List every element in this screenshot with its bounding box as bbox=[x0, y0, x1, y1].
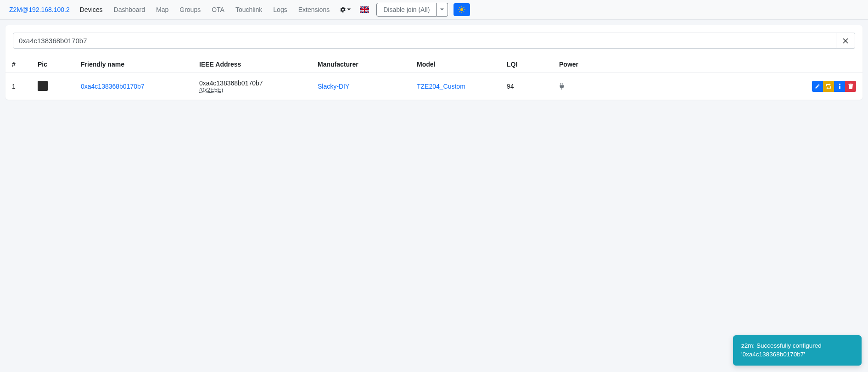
model-link[interactable]: TZE204_Custom bbox=[417, 83, 465, 90]
col-actions bbox=[617, 56, 862, 73]
manufacturer-link[interactable]: Slacky-DIY bbox=[318, 83, 349, 90]
cell-power bbox=[553, 73, 617, 100]
svg-point-1 bbox=[460, 8, 463, 11]
retweet-icon bbox=[825, 84, 832, 89]
chevron-down-icon bbox=[347, 8, 351, 11]
info-button[interactable] bbox=[834, 81, 845, 92]
col-friendly[interactable]: Friendly name bbox=[74, 56, 193, 73]
cell-ieee: 0xa4c138368b0170b7 (0x2E5E) bbox=[193, 73, 311, 100]
friendly-name-link[interactable]: 0xa4c138368b0170b7 bbox=[81, 83, 145, 90]
rename-button[interactable] bbox=[812, 81, 823, 92]
col-num[interactable]: # bbox=[6, 56, 31, 73]
clear-search-button[interactable] bbox=[836, 33, 855, 49]
info-icon bbox=[839, 84, 841, 89]
cell-lqi: 94 bbox=[500, 73, 553, 100]
svg-rect-13 bbox=[839, 86, 840, 90]
nav-ota[interactable]: OTA bbox=[207, 3, 229, 16]
disable-join-group: Disable join (All) bbox=[376, 3, 448, 17]
col-power[interactable]: Power bbox=[553, 56, 617, 73]
nav-touchlink[interactable]: Touchlink bbox=[231, 3, 267, 16]
device-image[interactable] bbox=[38, 81, 48, 91]
nav-logs[interactable]: Logs bbox=[269, 3, 291, 16]
cell-pic bbox=[31, 73, 74, 100]
navbar: Z2M@192.168.100.2 Devices Dashboard Map … bbox=[0, 0, 868, 20]
nav-dashboard[interactable]: Dashboard bbox=[109, 3, 150, 16]
search-row bbox=[6, 25, 862, 56]
pencil-icon bbox=[815, 84, 820, 89]
devices-card: # Pic Friendly name IEEE Address Manufac… bbox=[6, 25, 862, 100]
search-input[interactable] bbox=[13, 33, 836, 49]
nav-groups[interactable]: Groups bbox=[175, 3, 205, 16]
svg-line-8 bbox=[459, 11, 460, 12]
table-row: 1 0xa4c138368b0170b7 0xa4c138368b0170b7 … bbox=[6, 73, 862, 100]
col-pic[interactable]: Pic bbox=[31, 56, 74, 73]
close-icon bbox=[843, 38, 848, 44]
col-manufacturer[interactable]: Manufacturer bbox=[311, 56, 410, 73]
sun-icon bbox=[458, 6, 465, 13]
nav-extensions[interactable]: Extensions bbox=[294, 3, 334, 16]
cell-num: 1 bbox=[6, 73, 31, 100]
locale-flag-icon[interactable] bbox=[360, 6, 369, 13]
row-actions bbox=[812, 81, 856, 92]
svg-line-9 bbox=[464, 7, 464, 8]
delete-button[interactable] bbox=[845, 81, 856, 92]
disable-join-button[interactable]: Disable join (All) bbox=[376, 3, 437, 17]
settings-dropdown[interactable] bbox=[336, 4, 354, 16]
col-model[interactable]: Model bbox=[410, 56, 500, 73]
ieee-address: 0xa4c138368b0170b7 bbox=[199, 79, 305, 87]
chevron-down-icon bbox=[440, 8, 444, 11]
devices-table: # Pic Friendly name IEEE Address Manufac… bbox=[6, 56, 862, 100]
nav-map[interactable]: Map bbox=[151, 3, 173, 16]
ieee-short: (0x2E5E) bbox=[199, 87, 305, 93]
gear-icon bbox=[340, 6, 346, 13]
reconfigure-button[interactable] bbox=[823, 81, 834, 92]
svg-line-6 bbox=[459, 7, 460, 8]
col-lqi[interactable]: LQI bbox=[500, 56, 553, 73]
col-ieee[interactable]: IEEE Address bbox=[193, 56, 311, 73]
trash-icon bbox=[848, 84, 853, 89]
nav-devices[interactable]: Devices bbox=[75, 3, 107, 16]
plug-icon bbox=[559, 83, 610, 90]
svg-point-12 bbox=[839, 84, 840, 85]
brand-link[interactable]: Z2M@192.168.100.2 bbox=[6, 3, 73, 16]
disable-join-caret[interactable] bbox=[437, 3, 448, 17]
svg-line-7 bbox=[464, 11, 464, 12]
theme-toggle-button[interactable] bbox=[454, 3, 470, 16]
